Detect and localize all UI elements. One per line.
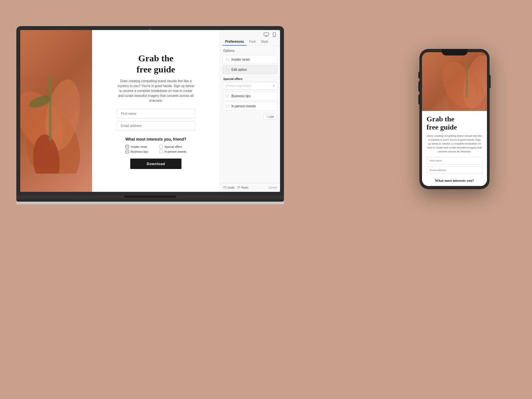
phone-power-button — [490, 75, 491, 88]
flower-svg-laptop — [20, 56, 92, 174]
drag-handle-business — [226, 95, 229, 98]
phone-screen: Grab the free guide Does creating compel… — [422, 52, 487, 186]
laptop-flower-background — [20, 30, 92, 192]
checkbox-in-person[interactable]: In-person events — [159, 150, 186, 153]
tab-style[interactable]: Style — [258, 38, 271, 45]
options-label: Options — [220, 46, 280, 54]
phone-notch — [442, 49, 468, 55]
phone-subtitle: Does creating compelling brand visuals f… — [427, 134, 482, 154]
option-insider-label: Insider news — [231, 58, 250, 61]
add-button-container: + Add — [220, 111, 280, 122]
checkbox-business-tips[interactable]: Business tips — [125, 150, 152, 153]
checkbox-special-icon[interactable] — [159, 145, 163, 148]
phone-mute-button — [418, 72, 419, 78]
editor-panel: Preferences Font Style Options — [220, 30, 280, 192]
flower-svg-phone — [441, 55, 487, 111]
option-inperson-events[interactable]: In-person events — [223, 102, 277, 111]
editor-tabs: Preferences Font Style — [220, 38, 280, 46]
segment-dropdown[interactable]: Choose segment(s) ▾ — [223, 82, 277, 90]
form-question: What most interests you, friend? — [125, 137, 186, 142]
phone-volume-up-button — [418, 82, 419, 91]
redo-button[interactable]: Redo — [237, 186, 249, 189]
phone-email-input[interactable] — [427, 166, 482, 174]
drag-handle-inperson — [226, 105, 229, 108]
phone: Grab the free guide Does creating compel… — [419, 49, 490, 189]
checkbox-insider-news[interactable]: Insider news — [125, 145, 152, 148]
phone-volume-down-button — [418, 95, 419, 104]
scene: Grab the free guide Does creating compel… — [0, 0, 532, 399]
segment-placeholder: Choose segment(s) — [226, 84, 251, 87]
undo-label: Undo — [227, 186, 235, 189]
phone-flower-background — [422, 52, 487, 111]
option-inperson-label: In-person events — [231, 104, 256, 108]
editor-footer: Undo Redo Saved — [220, 183, 280, 192]
special-offers-label: Special offers — [223, 75, 277, 82]
download-button[interactable]: Download — [130, 159, 181, 169]
special-offers-section: Special offers Choose segment(s) ▾ — [223, 75, 277, 90]
option-edit-label: Edit option — [231, 68, 247, 71]
phone-title: Grab the free guide — [427, 115, 482, 131]
form-title: Grab the free guide — [136, 53, 175, 75]
laptop-body: Grab the free guide Does creating compel… — [16, 26, 284, 196]
editor-toolbar — [220, 30, 280, 38]
laptop-stand — [16, 202, 284, 204]
checkbox-inperson-icon[interactable] — [159, 150, 163, 153]
first-name-input[interactable] — [117, 109, 195, 118]
phone-question: What most interests you? — [427, 178, 482, 182]
svg-rect-6 — [264, 33, 269, 36]
checkbox-insider-icon[interactable] — [125, 145, 129, 148]
phone-body: Grab the free guide Does creating compel… — [419, 49, 490, 189]
saved-status: Saved — [268, 186, 277, 189]
laptop-base — [16, 196, 284, 202]
svg-point-11 — [274, 36, 274, 37]
option-business-label: Business tips — [231, 94, 251, 98]
tab-preferences[interactable]: Preferences — [223, 38, 246, 45]
phone-content: Grab the free guide Does creating compel… — [422, 111, 487, 186]
checkbox-special-offers[interactable]: Special offers — [159, 145, 186, 148]
drag-handle-insider — [226, 58, 229, 61]
option-insider-news[interactable]: Insider news — [223, 55, 277, 64]
redo-icon — [237, 186, 241, 189]
laptop-content: Grab the free guide Does creating compel… — [92, 30, 280, 192]
drag-handle-edit — [226, 68, 229, 71]
undo-icon — [223, 186, 227, 189]
laptop-flower-overlay — [20, 30, 92, 192]
desktop-icon[interactable] — [264, 33, 269, 37]
option-edit-option[interactable]: Edit option — [223, 65, 277, 74]
svg-rect-15 — [466, 62, 468, 98]
undo-button[interactable]: Undo — [223, 186, 235, 189]
checkboxes: Insider news Special offers Business tip… — [125, 145, 186, 153]
tab-font[interactable]: Font — [246, 38, 258, 45]
checkbox-business-label: Business tips — [131, 150, 148, 153]
laptop-screen: Grab the free guide Does creating compel… — [20, 30, 280, 192]
checkbox-insider-label: Insider news — [131, 145, 147, 148]
option-business-tips[interactable]: Business tips — [223, 92, 277, 100]
checkbox-special-label: Special offers — [164, 145, 182, 148]
email-input[interactable] — [117, 121, 195, 130]
redo-label: Redo — [242, 186, 249, 189]
mobile-icon[interactable] — [272, 33, 277, 37]
dropdown-chevron-icon: ▾ — [273, 84, 274, 87]
add-option-button[interactable]: + Add — [263, 114, 277, 120]
svg-rect-4 — [49, 76, 52, 141]
phone-first-name-input[interactable] — [427, 157, 482, 164]
checkbox-inperson-label: In-person events — [164, 150, 186, 153]
form-subtitle: Does creating compelling brand visuals f… — [117, 79, 195, 103]
laptop-notch — [124, 196, 176, 198]
laptop: Grab the free guide Does creating compel… — [16, 26, 284, 209]
form-panel: Grab the free guide Does creating compel… — [92, 30, 220, 192]
checkbox-business-icon[interactable] — [125, 150, 129, 153]
